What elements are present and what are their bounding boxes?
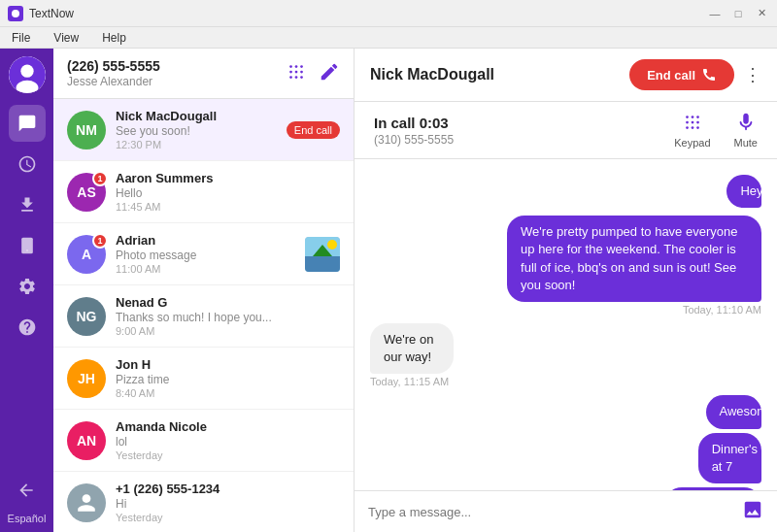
svg-point-22 xyxy=(686,121,689,124)
contact-info-nenad: Nenad G Thanks so much! I hope you... 9:… xyxy=(116,295,340,337)
contact-item-nenad[interactable]: NG Nenad G Thanks so much! I hope you...… xyxy=(53,285,354,348)
msg-bubble-3b: Dinner's at 7 xyxy=(698,433,761,483)
contact-info-unknown: +1 (226) 555-1234 Hi Yesterday xyxy=(116,482,340,523)
messages-area: Hey! We're pretty pumped to have everyon… xyxy=(355,159,777,490)
menu-help[interactable]: Help xyxy=(98,29,130,47)
contacts-panel: (226) 555-5555 Jesse Alexander xyxy=(53,49,355,532)
title-bar-left: TextNow xyxy=(8,6,74,21)
contact-name-nick: Nick MacDougall xyxy=(116,109,281,123)
contact-avatar-adrian: A 1 xyxy=(67,235,106,274)
contact-preview-adrian: Photo message xyxy=(116,249,299,262)
sidebar-bottom: Español xyxy=(8,472,47,524)
sidebar-icon-speed[interactable] xyxy=(9,146,46,183)
contact-avatar-nick: NM xyxy=(67,111,106,150)
chat-header-name: Nick MacDougall xyxy=(370,66,494,83)
contact-name-amanda: Amanda Nicole xyxy=(116,419,340,434)
contact-preview-nick: See you soon! xyxy=(116,124,281,138)
contact-time-amanda: Yesterday xyxy=(116,449,340,461)
menu-view[interactable]: View xyxy=(50,29,83,47)
svg-point-5 xyxy=(26,249,28,251)
contact-item-nick[interactable]: NM Nick MacDougall See you soon! 12:30 P… xyxy=(53,99,354,161)
title-bar: TextNow — □ ✕ xyxy=(0,0,777,27)
svg-point-9 xyxy=(289,70,292,73)
svg-point-24 xyxy=(696,121,699,124)
contact-avatar-unknown xyxy=(67,483,106,522)
contact-item-unknown[interactable]: +1 (226) 555-1234 Hi Yesterday xyxy=(53,472,354,532)
contact-preview-amanda: lol xyxy=(116,435,340,449)
sidebar-icon-settings[interactable] xyxy=(9,268,46,305)
end-call-button[interactable]: End call xyxy=(629,59,734,90)
contact-time-nick: 12:30 PM xyxy=(116,139,281,150)
msg-bubble-0: Hey! xyxy=(726,175,761,208)
close-button[interactable]: ✕ xyxy=(754,6,769,21)
contact-item-adrian[interactable]: A 1 Adrian Photo message 11:00 AM xyxy=(53,223,354,285)
contact-item-amanda[interactable]: AN Amanda Nicole lol Yesterday xyxy=(53,410,354,472)
contact-avatar-amanda: AN xyxy=(67,421,106,460)
contact-name-jon: Jon H xyxy=(116,357,340,372)
user-avatar[interactable] xyxy=(9,56,46,93)
svg-point-8 xyxy=(300,65,303,68)
contact-preview-nenad: Thanks so much! I hope you... xyxy=(116,311,340,324)
svg-point-21 xyxy=(696,116,699,118)
mute-button[interactable]: Mute xyxy=(734,112,758,149)
svg-point-6 xyxy=(289,65,292,68)
sidebar-icon-back[interactable] xyxy=(8,472,45,509)
msg-time-2: Today, 11:15 AM xyxy=(370,376,449,387)
user-phone: (226) 555-5555 xyxy=(67,58,160,74)
more-options-button[interactable]: ⋮ xyxy=(744,64,761,85)
dial-button[interactable] xyxy=(286,61,307,86)
menu-file[interactable]: File xyxy=(8,29,34,47)
contact-info-adrian: Adrian Photo message 11:00 AM xyxy=(116,233,299,275)
msg-group-1: We're pretty pumped to have everyone up … xyxy=(370,216,761,316)
contact-preview-jon: Pizza time xyxy=(116,373,340,386)
sidebar-icon-phone[interactable] xyxy=(9,227,46,264)
svg-point-19 xyxy=(686,116,689,118)
svg-point-26 xyxy=(692,126,694,129)
contact-avatar-nenad: NG xyxy=(67,297,106,336)
maximize-button[interactable]: □ xyxy=(730,6,746,21)
end-call-label: End call xyxy=(647,68,695,83)
contact-time-aaron: 11:45 AM xyxy=(116,201,340,213)
user-name: Jesse Alexander xyxy=(67,75,160,88)
contact-item-jon[interactable]: JH Jon H Pizza time 8:40 AM xyxy=(53,348,354,410)
sidebar-language: Español xyxy=(8,513,47,524)
svg-rect-4 xyxy=(21,238,33,254)
svg-point-7 xyxy=(295,65,298,68)
contacts-actions xyxy=(286,61,340,86)
chat-panel: Nick MacDougall End call ⋮ In call 0:03 … xyxy=(355,49,777,532)
contact-name-adrian: Adrian xyxy=(116,233,299,248)
svg-point-20 xyxy=(692,116,694,118)
contact-avatar-jon: JH xyxy=(67,359,106,398)
contact-item-aaron[interactable]: AS 1 Aaron Summers Hello 11:45 AM xyxy=(53,161,354,223)
call-info-bar: In call 0:03 (310) 555-5555 xyxy=(355,102,777,159)
svg-point-25 xyxy=(686,126,689,129)
chat-header-actions: End call ⋮ xyxy=(629,59,761,90)
svg-point-2 xyxy=(20,65,33,78)
contact-end-call-nick[interactable]: End call xyxy=(287,121,340,139)
app-logo xyxy=(8,6,23,21)
edit-button[interactable] xyxy=(319,61,340,86)
call-info-left: In call 0:03 (310) 555-5555 xyxy=(374,115,454,147)
keypad-button[interactable]: Keypad xyxy=(674,112,710,149)
contact-name-aaron: Aaron Summers xyxy=(116,171,340,185)
svg-point-18 xyxy=(327,240,337,249)
sidebar-icon-messages[interactable] xyxy=(9,105,46,142)
sidebar-icon-help[interactable] xyxy=(9,309,46,346)
sidebar-icon-download[interactable] xyxy=(9,186,46,223)
contact-preview-unknown: Hi xyxy=(116,497,340,511)
contact-time-unknown: Yesterday xyxy=(116,512,340,523)
msg-bubble-1: We're pretty pumped to have everyone up … xyxy=(507,216,761,302)
contact-info-nick: Nick MacDougall See you soon! 12:30 PM xyxy=(116,109,281,150)
message-input[interactable] xyxy=(368,505,742,519)
call-info-right: Keypad Mute xyxy=(674,112,758,149)
msg-bubble-2: We're on our way! xyxy=(370,323,454,374)
minimize-button[interactable]: — xyxy=(707,6,723,21)
sidebar: Español xyxy=(0,49,53,532)
app-name: TextNow xyxy=(29,7,74,20)
window-controls: — □ ✕ xyxy=(707,6,769,21)
contact-avatar-aaron: AS 1 xyxy=(67,173,106,212)
contacts-header-row: (226) 555-5555 Jesse Alexander xyxy=(67,58,340,88)
msg-time-1: Today, 11:10 AM xyxy=(683,304,761,316)
contact-info-jon: Jon H Pizza time 8:40 AM xyxy=(116,357,340,399)
media-upload-button[interactable] xyxy=(742,499,763,524)
